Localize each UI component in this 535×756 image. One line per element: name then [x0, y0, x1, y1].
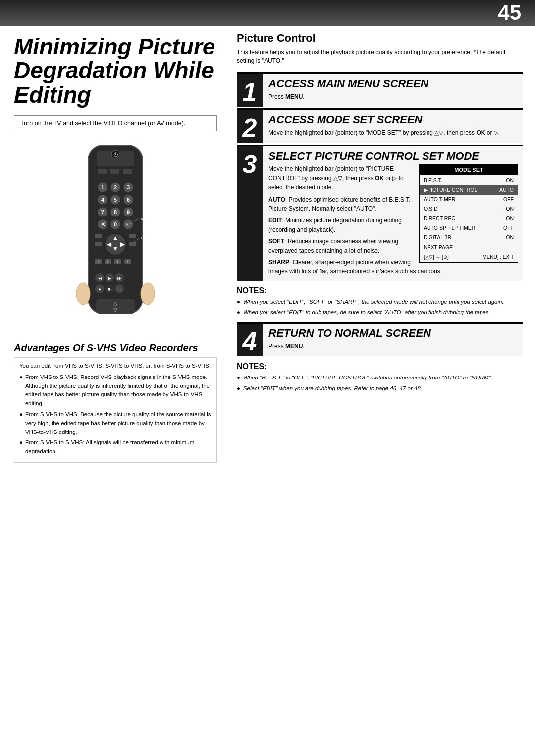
- menu-keyword: MENU: [285, 93, 303, 100]
- svg-text:▽: ▽: [113, 307, 117, 313]
- page-number: 45: [498, 1, 521, 25]
- bullet-icon: ●: [19, 373, 23, 408]
- step-2-heading: ACCESS MODE SET SCREEN: [268, 114, 518, 125]
- notes-mid-item-2: When you select "EDIT" to dub tapes, be …: [237, 308, 523, 317]
- svg-text:⏮: ⏮: [98, 276, 102, 281]
- notes-mid-title: NOTES:: [237, 286, 523, 295]
- svg-text:1: 1: [101, 184, 104, 190]
- picture-control-desc: This feature helps you to adjust the pla…: [237, 48, 523, 65]
- svg-text:■: ■: [108, 287, 110, 292]
- mode-set-row-osd: O.S.D ON: [420, 204, 518, 214]
- mode-label: NEXT PAGE: [424, 243, 453, 251]
- mode-label: ▶PICTURE CONTROL: [424, 186, 477, 194]
- svg-text:△: △: [113, 300, 117, 306]
- mode-value: OFF: [503, 195, 514, 203]
- svg-text:MENU: MENU: [141, 217, 152, 221]
- step-3-block: 3 SELECT PICTURE CONTROL SET MODE MODE S…: [237, 145, 523, 281]
- mode-footer-left: [△▽] → [⊙]: [424, 253, 449, 261]
- svg-point-69: [141, 283, 155, 305]
- step-4-block: 4 RETURN TO NORMAL SCREEN Press MENU.: [237, 322, 523, 356]
- advantages-title: Advantages Of S-VHS Video Recorders: [14, 342, 217, 353]
- step-1-number: 1: [237, 74, 263, 107]
- mode-set-box: MODE SET B.E.S.T. ON ▶PICTURE CONTROL AU…: [419, 164, 518, 263]
- left-column: Minimizing Picture Degradation While Edi…: [0, 26, 228, 472]
- svg-rect-42: [129, 234, 136, 238]
- mode-set-row-picture: ▶PICTURE CONTROL AUTO: [420, 185, 518, 194]
- mode-label: B.E.S.T.: [424, 176, 442, 184]
- mode-set-row-nextpage: NEXT PAGE: [420, 242, 518, 252]
- step-1-content: ACCESS MAIN MENU SCREEN Press MENU.: [263, 74, 523, 107]
- svg-text:4: 4: [101, 197, 105, 203]
- notes-bottom-text-2: Select "EDIT" when you are dubbing tapes…: [243, 384, 422, 393]
- svg-text:3: 3: [127, 184, 130, 190]
- step-2-block: 2 ACCESS MODE SET SCREEN Move the highli…: [237, 108, 523, 143]
- svg-text:▼: ▼: [112, 245, 118, 252]
- mode-value: ON: [506, 233, 514, 241]
- top-bar: 45: [0, 0, 535, 26]
- mode-footer-right: [MENU] : EXIT: [481, 253, 514, 261]
- mode-label: DIRECT REC: [424, 215, 455, 222]
- notes-bottom-title: NOTES:: [237, 362, 523, 371]
- intro-text: Turn on the TV and select the VIDEO chan…: [20, 120, 185, 127]
- notes-mid: NOTES: When you select "EDIT", "SOFT" or…: [237, 286, 523, 318]
- advantage-text-2: From S-VHS to VHS: Because the picture q…: [25, 410, 212, 436]
- advantages-text: You can edit from VHS to S-VHS, S-VHS to…: [19, 362, 212, 371]
- svg-text:▶: ▶: [108, 276, 111, 281]
- mode-value: AUTO: [499, 186, 514, 194]
- step-3-content: SELECT PICTURE CONTROL SET MODE MODE SET…: [263, 146, 523, 281]
- notes-mid-text-1: When you select "EDIT", "SOFT" or "SHARP…: [243, 298, 504, 307]
- notes-mid-list: When you select "EDIT", "SOFT" or "SHARP…: [237, 298, 523, 318]
- svg-text:0: 0: [114, 221, 117, 227]
- svg-rect-5: [110, 169, 119, 174]
- step-2-number: 2: [237, 110, 263, 143]
- menu-keyword-4: MENU: [285, 343, 303, 350]
- mode-value: ON: [506, 176, 514, 184]
- mode-set-row-autotimer: AUTO TIMER OFF: [420, 195, 518, 204]
- advantage-text-3: From S-VHS to S-VHS: All signals will be…: [25, 438, 212, 456]
- svg-text:⏸: ⏸: [117, 287, 122, 292]
- notes-bottom: NOTES: When "B.E.S.T." is "OFF", "PICTUR…: [237, 362, 523, 393]
- svg-text:+: +: [107, 259, 109, 265]
- step-4-number: 4: [237, 324, 263, 356]
- svg-text:✕: ✕: [101, 221, 105, 227]
- step-1-heading: ACCESS MAIN MENU SCREEN: [268, 78, 518, 89]
- step-3-number: 3: [237, 146, 263, 281]
- mode-set-row-directrec: DIRECT REC ON: [420, 214, 518, 223]
- advantage-bullet-2: ● From S-VHS to VHS: Because the picture…: [19, 410, 212, 436]
- mode-set-row-autolp: AUTO SP→LP TIMER OFF: [420, 223, 518, 232]
- svg-text:+: +: [116, 259, 119, 265]
- svg-text:+: +: [97, 259, 100, 265]
- mode-value: ON: [506, 215, 514, 222]
- svg-text:8: 8: [114, 209, 117, 215]
- step-2-content: ACCESS MODE SET SCREEN Move the highligh…: [263, 110, 523, 143]
- step-4-heading: RETURN TO NORMAL SCREEN: [268, 327, 518, 339]
- svg-text:6: 6: [127, 197, 130, 203]
- remote-control-svg: ⏻ 1 2 3 4 5 6 7: [61, 140, 170, 333]
- mode-value: ON: [506, 205, 514, 213]
- picture-control-title: Picture Control: [237, 32, 523, 45]
- mode-set-row-digital3r: DIGITAL 3R ON: [420, 233, 518, 242]
- svg-rect-41: [95, 242, 102, 246]
- notes-bottom-text-1: When "B.E.S.T." is "OFF", "PICTURE CONTR…: [243, 374, 492, 382]
- main-content: Minimizing Picture Degradation While Edi…: [0, 26, 535, 472]
- svg-text:◀: ◀: [107, 241, 112, 248]
- notes-mid-text-2: When you select "EDIT" to dub tapes, be …: [243, 308, 490, 317]
- step-1-block: 1 ACCESS MAIN MENU SCREEN Press MENU.: [237, 72, 523, 107]
- svg-text:●: ●: [98, 287, 101, 292]
- bullet-icon: ●: [19, 410, 23, 436]
- svg-point-68: [76, 283, 90, 305]
- svg-text:##: ##: [126, 222, 131, 227]
- svg-text:⏭: ⏭: [117, 276, 122, 281]
- mode-label: O.S.D: [424, 205, 438, 213]
- remote-illustration-container: ⏻ 1 2 3 4 5 6 7: [14, 140, 217, 333]
- bullet-icon: ●: [19, 438, 23, 456]
- svg-text:9: 9: [127, 209, 130, 215]
- svg-text:JVC: JVC: [107, 316, 123, 324]
- advantage-text-1: From VHS to S-VHS: Record VHS playback s…: [25, 373, 212, 408]
- main-title: Minimizing Picture Degradation While Edi…: [14, 35, 217, 107]
- step-4-content: RETURN TO NORMAL SCREEN Press MENU.: [263, 324, 523, 356]
- intro-box: Turn on the TV and select the VIDEO chan…: [14, 115, 217, 131]
- svg-text:⏻: ⏻: [113, 152, 118, 157]
- right-column: Picture Control This feature helps you t…: [228, 26, 535, 472]
- notes-bottom-item-2: Select "EDIT" when you are dubbing tapes…: [237, 384, 523, 393]
